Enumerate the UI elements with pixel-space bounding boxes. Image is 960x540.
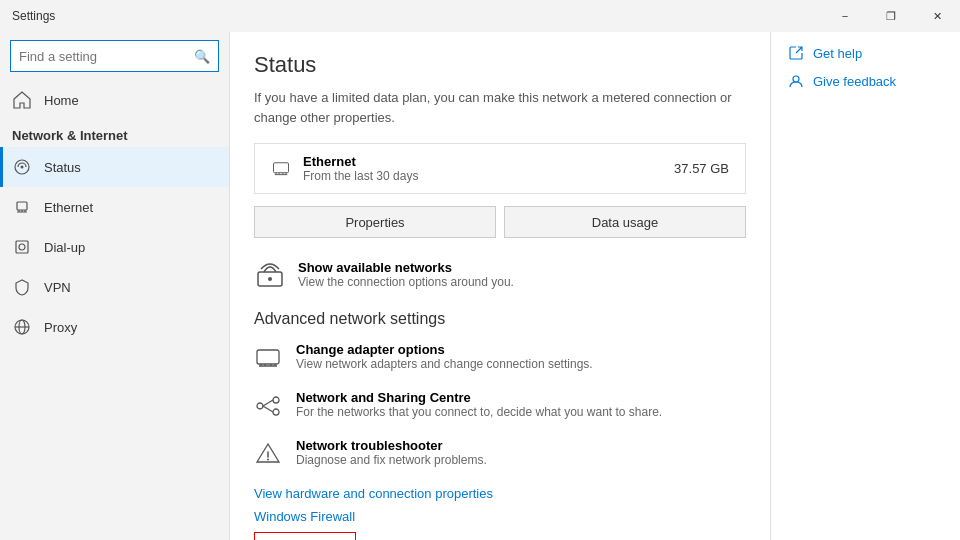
sidebar-item-ethernet[interactable]: Ethernet	[0, 187, 229, 227]
window-controls: − ❐ ✕	[822, 0, 960, 32]
give-feedback-label: Give feedback	[813, 74, 896, 89]
svg-point-1	[21, 166, 24, 169]
ethernet-size: 37.57 GB	[674, 161, 729, 176]
svg-point-11	[257, 403, 263, 409]
change-adapter-item[interactable]: Change adapter options View network adap…	[254, 342, 746, 372]
svg-point-12	[273, 397, 279, 403]
ethernet-info: Ethernet From the last 30 days	[303, 154, 418, 183]
main-content: Status If you have a limited data plan, …	[230, 32, 770, 540]
ethernet-name: Ethernet	[303, 154, 418, 169]
give-feedback-link[interactable]: Give feedback	[787, 72, 944, 90]
sidebar-item-home[interactable]: Home	[0, 80, 229, 120]
section-label: Network & Internet	[0, 120, 229, 147]
main-window: 🔍 Home Network & Internet Status	[0, 32, 960, 540]
svg-rect-10	[257, 350, 279, 364]
change-adapter-sub: View network adapters and change connect…	[296, 357, 593, 371]
data-usage-button[interactable]: Data usage	[504, 206, 746, 238]
get-help-link[interactable]: Get help	[787, 44, 944, 62]
sidebar-item-ethernet-label: Ethernet	[44, 200, 93, 215]
get-help-label: Get help	[813, 46, 862, 61]
show-networks-sub: View the connection options around you.	[298, 275, 514, 289]
properties-button[interactable]: Properties	[254, 206, 496, 238]
ethernet-sub: From the last 30 days	[303, 169, 418, 183]
windows-firewall-link[interactable]: Windows Firewall	[254, 509, 746, 524]
close-button[interactable]: ✕	[914, 0, 960, 32]
svg-rect-2	[17, 202, 27, 210]
change-adapter-title: Change adapter options	[296, 342, 593, 357]
advanced-title: Advanced network settings	[254, 310, 746, 328]
search-icon: 🔍	[194, 49, 210, 64]
ethernet-card-icon	[271, 159, 291, 179]
search-input[interactable]	[19, 49, 194, 64]
vpn-icon	[12, 277, 32, 297]
minimize-button[interactable]: −	[822, 0, 868, 32]
show-networks-icon	[254, 258, 286, 290]
troubleshooter-text: Network troubleshooter Diagnose and fix …	[296, 438, 487, 467]
sidebar-item-proxy-label: Proxy	[44, 320, 77, 335]
show-networks-title: Show available networks	[298, 260, 514, 275]
network-sharing-icon	[254, 392, 282, 420]
page-description: If you have a limited data plan, you can…	[254, 88, 746, 127]
svg-point-15	[793, 76, 799, 82]
help-sidebar: Get help Give feedback	[770, 32, 960, 540]
svg-point-14	[267, 459, 269, 461]
get-help-icon	[787, 44, 805, 62]
ethernet-icon	[12, 197, 32, 217]
sidebar-item-dialup[interactable]: Dial-up	[0, 227, 229, 267]
ethernet-card-left: Ethernet From the last 30 days	[271, 154, 418, 183]
sidebar: 🔍 Home Network & Internet Status	[0, 32, 230, 540]
sidebar-item-vpn[interactable]: VPN	[0, 267, 229, 307]
show-networks-text: Show available networks View the connect…	[298, 260, 514, 289]
change-adapter-icon	[254, 344, 282, 372]
network-sharing-text: Network and Sharing Centre For the netwo…	[296, 390, 662, 419]
svg-point-4	[19, 244, 25, 250]
sidebar-item-status-label: Status	[44, 160, 81, 175]
svg-rect-3	[16, 241, 28, 253]
svg-point-13	[273, 409, 279, 415]
sidebar-item-vpn-label: VPN	[44, 280, 71, 295]
show-networks[interactable]: Show available networks View the connect…	[254, 258, 746, 290]
network-sharing-title: Network and Sharing Centre	[296, 390, 662, 405]
troubleshooter-title: Network troubleshooter	[296, 438, 487, 453]
search-box[interactable]: 🔍	[10, 40, 219, 72]
proxy-icon	[12, 317, 32, 337]
page-title: Status	[254, 52, 746, 78]
sidebar-item-proxy[interactable]: Proxy	[0, 307, 229, 347]
troubleshooter-sub: Diagnose and fix network problems.	[296, 453, 487, 467]
sidebar-item-status[interactable]: Status	[0, 147, 229, 187]
network-reset-button[interactable]: Network reset	[254, 532, 356, 540]
home-icon	[12, 90, 32, 110]
change-adapter-text: Change adapter options View network adap…	[296, 342, 593, 371]
network-sharing-item[interactable]: Network and Sharing Centre For the netwo…	[254, 390, 746, 420]
action-buttons: Properties Data usage	[254, 206, 746, 238]
view-hardware-link[interactable]: View hardware and connection properties	[254, 486, 746, 501]
sidebar-item-dialup-label: Dial-up	[44, 240, 85, 255]
sidebar-item-home-label: Home	[44, 93, 79, 108]
restore-button[interactable]: ❐	[868, 0, 914, 32]
status-icon	[12, 157, 32, 177]
app-title: Settings	[12, 9, 55, 23]
give-feedback-icon	[787, 72, 805, 90]
dialup-icon	[12, 237, 32, 257]
svg-rect-7	[274, 162, 289, 172]
troubleshooter-icon	[254, 440, 282, 468]
titlebar: Settings − ❐ ✕	[0, 0, 960, 32]
ethernet-card: Ethernet From the last 30 days 37.57 GB	[254, 143, 746, 194]
network-sharing-sub: For the networks that you connect to, de…	[296, 405, 662, 419]
svg-point-9	[268, 277, 272, 281]
troubleshooter-item[interactable]: Network troubleshooter Diagnose and fix …	[254, 438, 746, 468]
